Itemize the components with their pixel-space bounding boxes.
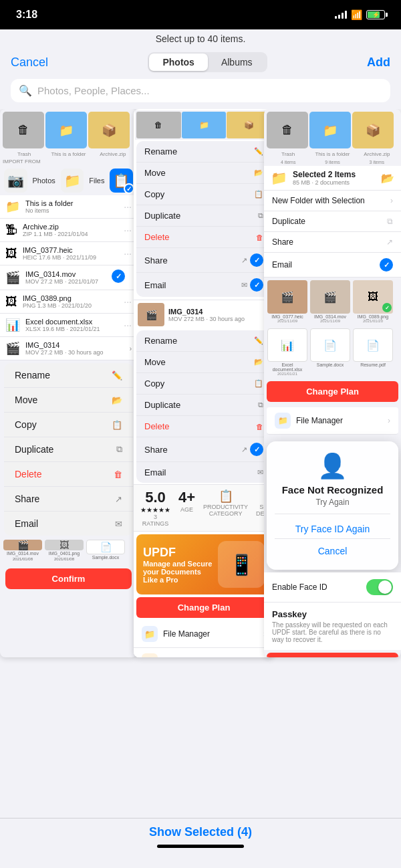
copy-icon: 📋 <box>112 420 122 430</box>
right-duplicate[interactable]: Duplicate ⧉ <box>264 211 401 232</box>
file-item-png: 🖼 IMG_0389.png PNG 1.3 MB · 2021/01/20 ·… <box>0 290 137 314</box>
bottom-thumbs-left: 🎬 IMG_0314.mov 2021/01/08 🖼 IMG_0401.png… <box>0 538 137 563</box>
main-container: Select up to 40 items. Cancel Photos Alb… <box>0 29 401 868</box>
face-id-modal: 👤 Face Not Recognized Try Again Try Face… <box>267 441 398 570</box>
search-icon: 🔍 <box>19 84 32 97</box>
left-top-grid: 🗑 📁 📦 <box>0 109 137 151</box>
menu-delete[interactable]: Delete🗑 <box>4 462 133 487</box>
file-item-xlsx: 📊 Excel document.xlsx XLSX 19.6 MB · 202… <box>0 314 137 337</box>
menu-del-c2[interactable]: Delete🗑 <box>136 416 271 437</box>
cancel-button[interactable]: Cancel <box>11 56 48 70</box>
thumb-folder: 📁 <box>45 112 87 148</box>
menu-copy-left[interactable]: Copy📋 <box>4 413 133 437</box>
menu-move-c2[interactable]: Move📂 <box>136 352 271 373</box>
file-item-folder: 📁 This is a folder No items ··· <box>0 195 137 219</box>
face-id-subtitle: Try Again <box>275 498 390 507</box>
face-id-section: 📁 File Manager › <box>264 405 401 439</box>
selected-items-row: 📁 Selected 2 Items 85 MB · 2 documents 📂 <box>264 166 401 191</box>
right-doc-grid: 📊 Excel document.xlsx 2021/01/21 📄 Sampl… <box>264 326 401 378</box>
delete-icon: 🗑 <box>114 469 122 479</box>
right-file-manager-item[interactable]: 📁 File Manager › <box>267 407 398 435</box>
change-plan-button-center[interactable]: Change Plan <box>136 597 271 618</box>
try-face-id-button[interactable]: Try Face ID Again <box>275 520 390 538</box>
file-item-mov2: 🎬 IMG_0314 MOV 27.2 MB · 30 hours ago › <box>0 337 137 360</box>
screenshot-left: 🗑 📁 📦 Trash This is a folder Archive.zip… <box>0 109 137 657</box>
screenshot-right: 🗑 📁 📦 Trash This is a folder Archive.zip… <box>264 109 401 657</box>
status-icons: 📶 ⚡ <box>335 9 385 20</box>
img0314-section: 🎬 IMG_0314 MOV 272 MB · 30 hours ago › <box>134 300 274 329</box>
move-icon: 📂 <box>112 395 122 405</box>
ctx-menu-left-bottom: Rename✏️ Move📂 Copy📋 Duplicate⧉ Delete🗑 … <box>4 363 133 536</box>
settings-file-manager[interactable]: 📁 File Manager › <box>134 621 274 648</box>
menu-move-c1[interactable]: Move📂 <box>136 162 271 184</box>
bottom-bar: Show Selected (4) <box>0 818 401 868</box>
menu-del-c1[interactable]: Delete🗑 <box>136 227 271 248</box>
ctx-center-top: 🗑 📁 📦 Rename✏️ Move📂 Copy📋 Dupli <box>134 109 274 300</box>
share-icon: ↗ <box>115 494 122 504</box>
menu-rename-c2[interactable]: Rename✏️ <box>136 330 271 352</box>
import-from-label: IMPORT FROM <box>0 158 137 166</box>
ctx-center-bottom: Rename✏️ Move📂 Copy📋 Duplicate⧉ Delete🗑 … <box>136 330 271 483</box>
show-selected-button[interactable]: Show Selected (4) <box>11 825 390 839</box>
menu-move[interactable]: Move📂 <box>4 388 133 413</box>
updf-banner: UPDF Manage and Secure your Documents Li… <box>136 534 271 594</box>
search-placeholder: Photos, People, Places... <box>37 85 150 96</box>
menu-copy-c1[interactable]: Copy📋 <box>136 184 271 205</box>
status-bar: 3:18 📶 ⚡ <box>0 0 401 29</box>
nav-bar: Cancel Photos Albums Add <box>0 49 401 79</box>
enable-faceid-row: Enable Face ID <box>264 572 401 603</box>
file-item-mov: 🎬 IMG_0314.mov MOV 27.2 MB · 2021/01/07 … <box>0 265 137 290</box>
change-plan-right-bottom[interactable]: Change Plan <box>267 653 398 657</box>
add-button[interactable]: Add <box>367 56 390 70</box>
thumb-trash: 🗑 <box>3 112 44 148</box>
right-file-grid: 🎬 IMG_0377.heic 2021/11/09 🎬 IMG_0314.mo… <box>264 278 401 326</box>
menu-share-c2[interactable]: Share ↗ ✓ <box>136 437 271 462</box>
battery-icon: ⚡ <box>366 10 385 19</box>
passkey-section: Passkey The passkey will be requested on… <box>264 603 401 650</box>
right-top-grid: 🗑 📁 📦 <box>264 109 401 151</box>
menu-email-left[interactable]: Email✉ <box>4 512 133 536</box>
right-share[interactable]: Share ↗ <box>264 232 401 253</box>
menu-duplicate[interactable]: Duplicate⧉ <box>4 437 133 462</box>
menu-rename-c1[interactable]: Rename✏️ <box>136 141 271 162</box>
settings-list-center: 📁 File Manager › 🔒 Security Space › 🛡 Se… <box>134 621 274 657</box>
menu-dup-c2[interactable]: Duplicate⧉ <box>136 395 271 416</box>
settings-security-space[interactable]: 🔒 Security Space › <box>134 648 274 657</box>
face-id-title: Face Not Recognized <box>275 484 390 496</box>
confirm-button[interactable]: Confirm <box>5 568 132 589</box>
menu-email-c1[interactable]: Email ✉ ✓ <box>136 273 271 297</box>
screenshots-area: 🗑 📁 📦 Trash This is a folder Archive.zip… <box>0 109 401 691</box>
menu-copy-c2[interactable]: Copy📋 <box>136 373 271 395</box>
segment-control: Photos Albums <box>148 52 267 72</box>
cancel-face-id-button[interactable]: Cancel <box>275 543 390 559</box>
face-id-icon: 👤 <box>275 452 390 480</box>
status-time: 3:18 <box>16 9 37 21</box>
email-icon: ✉ <box>115 519 122 529</box>
file-item-heic: 🖼 IMG_0377.heic HEIC 17.6 MB · 2021/11/0… <box>0 242 137 265</box>
wifi-icon: 📶 <box>351 9 362 20</box>
new-folder-selection[interactable]: New Folder with Selection › <box>264 191 401 211</box>
tab-photos[interactable]: Photos <box>149 53 207 71</box>
screenshot-center: 🗑 📁 📦 Rename✏️ Move📂 Copy📋 Dupli <box>134 109 274 657</box>
duplicate-icon: ⧉ <box>116 444 122 455</box>
right-email[interactable]: Email ✓ <box>264 253 401 278</box>
home-indicator <box>157 845 244 848</box>
file-item-archive: 🗜 Archive.zip ZIP 1.1 MB · 2021/01/04 ··… <box>0 219 137 242</box>
menu-share-c1[interactable]: Share ↗ ✓ <box>136 248 271 273</box>
change-plan-button-right[interactable]: Change Plan <box>267 381 398 402</box>
menu-dup-c1[interactable]: Duplicate⧉ <box>136 205 271 227</box>
thumb-archive: 📦 <box>88 112 130 148</box>
select-hint: Select up to 40 items. <box>0 29 401 49</box>
signal-icon <box>335 11 347 19</box>
face-id-toggle[interactable] <box>366 579 393 595</box>
search-bar[interactable]: 🔍 Photos, People, Places... <box>11 79 390 102</box>
tab-albums[interactable]: Albums <box>208 53 266 71</box>
app-rating: 5.0 ★★★★★ 3 RATINGS 4+ Age 📋 Productivit… <box>134 484 274 532</box>
rename-icon: ✏️ <box>112 370 122 381</box>
menu-rename[interactable]: Rename✏️ <box>4 363 133 388</box>
menu-share[interactable]: Share↗ <box>4 487 133 512</box>
menu-email-c2[interactable]: Email✉ <box>136 462 271 483</box>
